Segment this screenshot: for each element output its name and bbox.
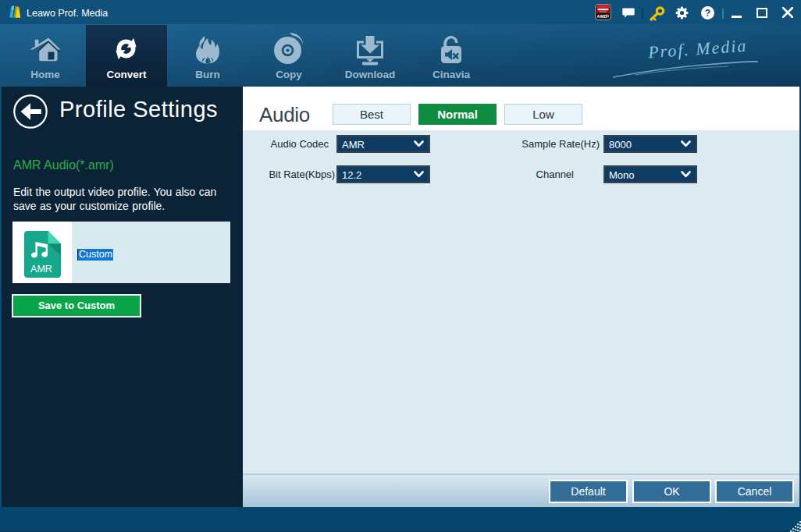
- svg-text:AMD: AMD: [597, 14, 607, 19]
- svg-text:AMR: AMR: [30, 264, 52, 275]
- svg-text:?: ?: [705, 8, 710, 19]
